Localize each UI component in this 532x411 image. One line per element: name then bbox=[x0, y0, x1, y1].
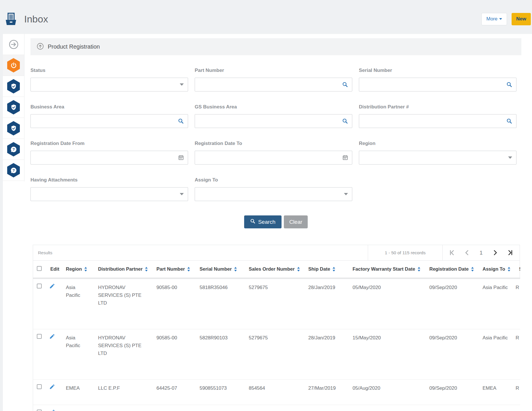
field-group-registration-date-to: Registration Date To bbox=[195, 141, 352, 165]
business-area-input[interactable] bbox=[30, 114, 188, 128]
cell-part-number: 90585-00 bbox=[152, 279, 195, 291]
serial-number-input[interactable] bbox=[359, 78, 516, 91]
sort-icon[interactable] bbox=[234, 267, 237, 272]
cell-status: R bbox=[514, 279, 520, 291]
search-icon[interactable] bbox=[506, 82, 512, 87]
sort-icon[interactable] bbox=[418, 267, 420, 272]
sidebar-item-7[interactable]: ? bbox=[3, 160, 24, 181]
row-checkbox[interactable] bbox=[37, 410, 42, 411]
page-title: Inbox bbox=[24, 14, 48, 25]
field-label-having-attachments: Having Attachments bbox=[30, 177, 188, 183]
serial-number-value[interactable] bbox=[362, 78, 504, 91]
column-header-factory-warranty-start-date[interactable]: Factory Warranty Start Date bbox=[348, 266, 425, 272]
status-select[interactable] bbox=[30, 78, 188, 91]
column-header-part-number[interactable]: Part Number bbox=[152, 266, 195, 272]
field-group-region: Region bbox=[359, 141, 516, 165]
sort-icon[interactable] bbox=[297, 267, 300, 272]
search-button[interactable]: Search bbox=[244, 215, 282, 228]
content-card: ?? Product Registration StatusPart Numbe… bbox=[3, 34, 532, 411]
status-value[interactable] bbox=[34, 78, 176, 91]
sort-icon[interactable] bbox=[332, 267, 335, 272]
sidebar-item-5[interactable] bbox=[3, 118, 24, 139]
field-label-status: Status bbox=[30, 68, 188, 74]
sidebar-item-4[interactable] bbox=[3, 97, 24, 118]
clear-button[interactable]: Clear bbox=[284, 215, 308, 228]
sidebar-item-2[interactable] bbox=[3, 55, 24, 76]
part-number-input[interactable] bbox=[195, 78, 352, 91]
sidebar-item-3[interactable] bbox=[3, 76, 24, 97]
assign-to-select[interactable] bbox=[195, 187, 352, 201]
new-button[interactable]: New bbox=[512, 13, 531, 25]
last-page-button[interactable] bbox=[507, 250, 513, 256]
search-icon[interactable] bbox=[178, 118, 184, 124]
calendar-icon[interactable] bbox=[342, 155, 348, 160]
gs-business-area-value[interactable] bbox=[198, 114, 340, 128]
row-checkbox[interactable] bbox=[37, 334, 42, 339]
column-header-assign-to[interactable]: Assign To bbox=[478, 266, 514, 272]
column-header-serial-number[interactable]: Serial Number bbox=[195, 266, 244, 272]
sort-icon[interactable] bbox=[145, 267, 148, 272]
field-group-business-area: Business Area bbox=[30, 104, 188, 128]
region-value[interactable] bbox=[362, 151, 504, 164]
results-toolbar: Results 1 - 50 of 115 records 1 bbox=[33, 245, 520, 261]
select-all-cell bbox=[33, 266, 46, 272]
sort-icon[interactable] bbox=[508, 267, 510, 272]
caret-down-icon bbox=[180, 83, 184, 86]
svg-text:?: ? bbox=[12, 168, 15, 173]
column-header-distribution-partner[interactable]: Distribution Partner bbox=[93, 266, 152, 272]
row-checkbox[interactable] bbox=[37, 284, 42, 288]
registration-date-from-input[interactable] bbox=[30, 151, 188, 165]
table-row: Asia PacificSITECH WA95510-213518J5947D5… bbox=[33, 405, 520, 411]
field-label-business-area: Business Area bbox=[30, 104, 188, 110]
distribution-partner-value[interactable] bbox=[362, 114, 504, 128]
prev-page-button[interactable] bbox=[464, 250, 470, 256]
edit-pencil-icon[interactable] bbox=[49, 285, 55, 290]
next-page-button[interactable] bbox=[492, 250, 498, 256]
registration-date-to-value[interactable] bbox=[198, 151, 340, 164]
assign-to-value[interactable] bbox=[198, 188, 340, 201]
field-label-registration-date-from: Registration Date From bbox=[30, 141, 188, 147]
field-group-assign-to: Assign To bbox=[195, 177, 352, 201]
edit-pencil-icon[interactable] bbox=[49, 335, 55, 340]
search-icon[interactable] bbox=[342, 118, 348, 124]
cell-region: Asia Pacific bbox=[61, 279, 93, 299]
field-label-distribution-partner: Distribution Partner # bbox=[359, 104, 516, 110]
sort-icon[interactable] bbox=[471, 267, 474, 272]
distribution-partner-input[interactable] bbox=[359, 114, 516, 128]
business-area-value[interactable] bbox=[34, 114, 176, 128]
row-checkbox[interactable] bbox=[37, 384, 42, 389]
select-all-checkbox[interactable] bbox=[37, 266, 42, 271]
edit-pencil-icon[interactable] bbox=[49, 386, 55, 391]
column-header-registration-date[interactable]: Registration Date bbox=[425, 266, 478, 272]
cell-ship-date: 28/Jan/2019 bbox=[304, 329, 348, 342]
part-number-value[interactable] bbox=[198, 78, 340, 91]
column-label: Ship Date bbox=[308, 266, 330, 272]
column-header-sales-order-number[interactable]: Sales Order Number bbox=[244, 266, 304, 272]
gs-business-area-input[interactable] bbox=[195, 114, 352, 128]
sort-icon[interactable] bbox=[187, 267, 190, 272]
registration-date-from-value[interactable] bbox=[34, 151, 176, 164]
cell-ship-date: 28/Jan/2019 bbox=[304, 279, 348, 291]
more-button[interactable]: More bbox=[481, 13, 507, 25]
region-select[interactable] bbox=[359, 151, 516, 165]
first-page-button[interactable] bbox=[449, 250, 455, 256]
field-group-serial-number: Serial Number bbox=[359, 68, 516, 91]
cell-sales-order-number: 5279675 bbox=[244, 279, 304, 291]
table-row: Asia PacificHYDRONAV SERVICES (S) PTE LT… bbox=[33, 329, 520, 380]
having-attachments-select[interactable] bbox=[30, 187, 188, 201]
table-header-row: EditRegionDistribution PartnerPart Numbe… bbox=[33, 261, 520, 279]
sidebar-item-6[interactable]: ? bbox=[3, 139, 24, 160]
column-label: S bbox=[519, 266, 520, 272]
having-attachments-value[interactable] bbox=[34, 188, 176, 201]
search-icon[interactable] bbox=[506, 118, 512, 124]
sidebar-item-1[interactable] bbox=[3, 34, 24, 55]
field-label-part-number: Part Number bbox=[195, 68, 352, 74]
registration-date-to-input[interactable] bbox=[195, 151, 352, 165]
caret-down-icon bbox=[344, 193, 348, 195]
column-header-region[interactable]: Region bbox=[61, 266, 93, 272]
calendar-icon[interactable] bbox=[178, 155, 184, 160]
cell-assign-to: Asia Pacific bbox=[478, 279, 514, 291]
sort-icon[interactable] bbox=[84, 267, 87, 272]
column-header-ship-date[interactable]: Ship Date bbox=[304, 266, 348, 272]
search-icon[interactable] bbox=[342, 82, 348, 87]
